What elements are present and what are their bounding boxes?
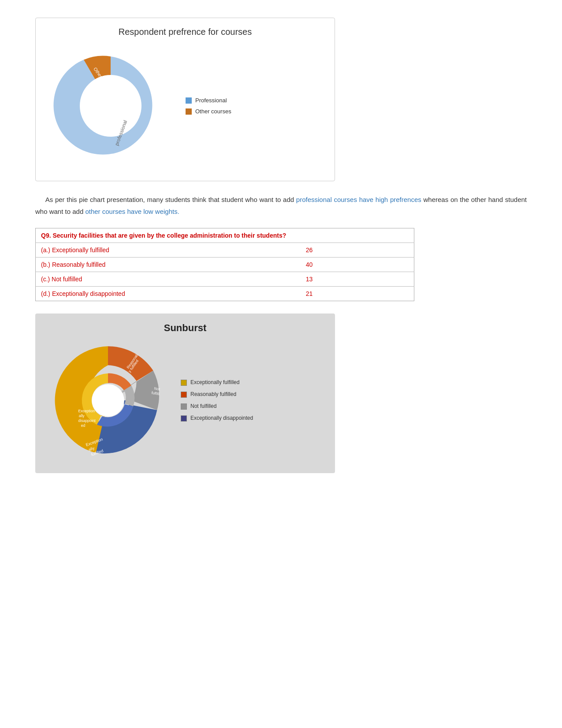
q9-option-c-value: 13 bbox=[301, 272, 414, 287]
legend-item-other: Other courses bbox=[186, 108, 231, 115]
q9-option-a-row: (a.) Exceptionally fulfilled 26 bbox=[36, 243, 414, 258]
donut-svg: professional Other courses bbox=[49, 44, 172, 168]
donut-hole bbox=[80, 75, 141, 137]
sunburst-legend-label-nf: Not fulfilled bbox=[190, 403, 216, 409]
sunburst-legend-label-ed: Exceptionally disappointed bbox=[190, 415, 253, 421]
sunburst-legend-item-ef: Exceptionally fulfilled bbox=[181, 379, 253, 386]
q9-option-b-label: (b.) Reasonably fulfilled bbox=[36, 258, 301, 272]
sunburst-legend: Exceptionally fulfilled Reasonably fulfi… bbox=[181, 379, 253, 422]
sunburst-legend-item-rf: Reasonably fulfilled bbox=[181, 391, 253, 398]
exceptionally-disappointed-text-outer: Exception bbox=[78, 409, 95, 413]
legend-color-professional bbox=[186, 97, 192, 104]
sunburst-inner: Reasonab y fulfilled Not fulfilli Except… bbox=[48, 341, 322, 460]
q9-option-a-value: 26 bbox=[301, 243, 414, 258]
q9-table: Q9. Security facilities that are given b… bbox=[35, 228, 414, 301]
sunburst-title: Sunburst bbox=[48, 322, 322, 334]
sunburst-legend-color-ed bbox=[181, 415, 187, 422]
exceptionally-disappointed-text4-outer: ed bbox=[81, 423, 86, 428]
q9-option-d-value: 21 bbox=[301, 287, 414, 301]
q9-option-c-row: (c.) Not fulfilled 13 bbox=[36, 272, 414, 287]
highlight-professional: professional courses have high prefrence… bbox=[296, 196, 421, 203]
sunburst-legend-item-ed: Exceptionally disappointed bbox=[181, 415, 253, 422]
sunburst-legend-color-ef bbox=[181, 380, 187, 386]
sunburst-svg: Reasonab y fulfilled Not fulfilli Except… bbox=[48, 341, 167, 460]
legend-label-other: Other courses bbox=[195, 108, 231, 115]
sunburst-hole bbox=[92, 384, 124, 417]
sunburst-legend-item-nf: Not fulfilled bbox=[181, 403, 253, 410]
exceptionally-disappointed-text2-outer: ally bbox=[79, 414, 85, 418]
q9-option-d-label: (d.) Exceptionally disappointed bbox=[36, 287, 301, 301]
sunburst-legend-color-rf bbox=[181, 392, 187, 398]
sunburst-legend-label-rf: Reasonably fulfilled bbox=[190, 391, 236, 397]
q9-option-c-label: (c.) Not fulfilled bbox=[36, 272, 301, 287]
highlight-other: other courses have low weights. bbox=[85, 208, 179, 215]
description-paragraph: As per this pie chart presentation, many… bbox=[35, 194, 527, 217]
q9-option-b-value: 40 bbox=[301, 258, 414, 272]
legend-color-other bbox=[186, 108, 192, 115]
q9-question: Q9. Security facilities that are given b… bbox=[36, 228, 414, 243]
q9-option-a-label: (a.) Exceptionally fulfilled bbox=[36, 243, 301, 258]
sunburst-svg-wrap: Reasonab y fulfilled Not fulfilli Except… bbox=[48, 341, 167, 460]
legend-label-professional: Professional bbox=[195, 97, 227, 104]
sunburst-legend-color-nf bbox=[181, 403, 187, 410]
exceptionally-disappointed-text3-outer: disappoint bbox=[78, 418, 96, 423]
donut-legend: Professional Other courses bbox=[186, 97, 231, 115]
sunburst-chart-container: Sunburst bbox=[35, 314, 335, 473]
donut-chart-container: Respondent prefrence for courses profess… bbox=[35, 18, 335, 181]
q9-header-row: Q9. Security facilities that are given b… bbox=[36, 228, 414, 243]
donut-chart-title: Respondent prefrence for courses bbox=[49, 27, 321, 37]
legend-item-professional: Professional bbox=[186, 97, 231, 104]
q9-option-b-row: (b.) Reasonably fulfilled 40 bbox=[36, 258, 414, 272]
q9-option-d-row: (d.) Exceptionally disappointed 21 bbox=[36, 287, 414, 301]
donut-chart-svg-wrap: professional Other courses bbox=[49, 44, 172, 168]
sunburst-legend-label-ef: Exceptionally fulfilled bbox=[190, 379, 239, 385]
